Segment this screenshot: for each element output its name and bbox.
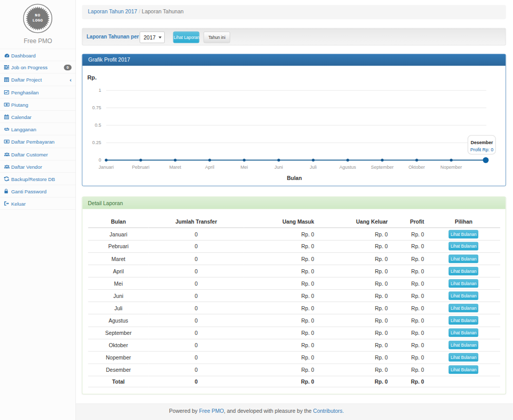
svg-text:Rp.: Rp. <box>87 74 96 81</box>
svg-text:Bulan: Bulan <box>287 175 302 181</box>
svg-text:Maret: Maret <box>169 165 182 170</box>
svg-text:0.25: 0.25 <box>92 139 102 145</box>
svg-text:NO: NO <box>35 13 41 17</box>
svg-text:Nopember: Nopember <box>441 165 462 170</box>
svg-text:Juni: Juni <box>274 165 283 170</box>
svg-text:0: 0 <box>98 157 101 163</box>
svg-text:Juli: Juli <box>310 165 317 170</box>
svg-text:Januari: Januari <box>98 165 114 170</box>
svg-text:Agustus: Agustus <box>340 165 357 170</box>
svg-text:September: September <box>371 165 393 170</box>
svg-text:April: April <box>205 165 214 170</box>
svg-text:1: 1 <box>98 88 101 93</box>
svg-text:Oktober: Oktober <box>409 165 425 170</box>
svg-text:0.75: 0.75 <box>92 105 102 110</box>
svg-text:Mei: Mei <box>241 165 248 170</box>
svg-text:0.5: 0.5 <box>95 123 102 128</box>
svg-text:LOGO: LOGO <box>32 18 43 23</box>
svg-text:Pebruari: Pebruari <box>132 165 149 170</box>
